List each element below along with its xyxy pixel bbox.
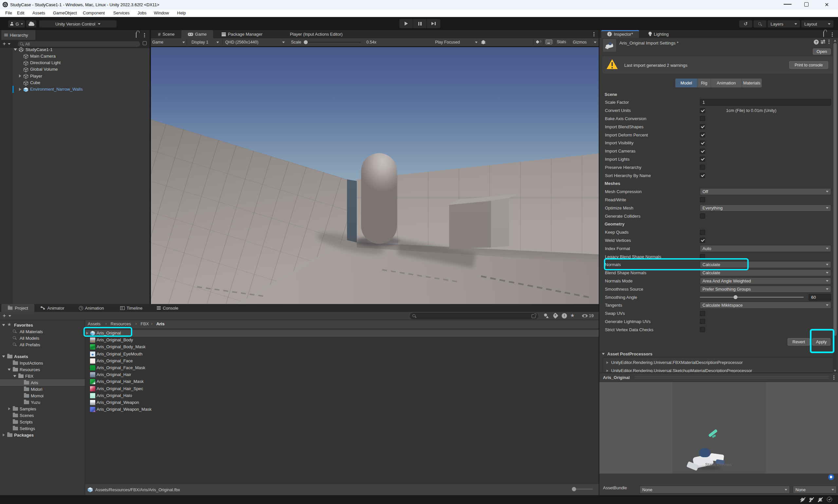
setting-convert-units[interactable]: Convert Units1cm (File) to 0.01m (Unity): [599, 107, 832, 115]
setting-swap-uvs[interactable]: Swap UVs: [599, 310, 832, 318]
file-aris-original-hair-mask[interactable]: Aris_Original_Hair_Mask: [85, 378, 599, 385]
cloud-button[interactable]: [26, 20, 36, 28]
folder-midori[interactable]: Midori: [0, 386, 85, 392]
checkbox[interactable]: [700, 173, 705, 178]
hierarchy-item-main-camera[interactable]: Main Camera: [0, 53, 149, 59]
tab-timeline[interactable]: Timeline: [115, 304, 147, 312]
inspector-lock-icon[interactable]: [823, 32, 824, 37]
file-aris-original-body-mask[interactable]: Aris_Original_Body_Mask: [85, 344, 599, 350]
setting-keep-quads[interactable]: Keep Quads: [599, 229, 832, 237]
folder-scripts[interactable]: Scripts: [0, 418, 85, 425]
mode-tab-rig[interactable]: Rig: [698, 78, 711, 87]
asset-labels-icon[interactable]: [828, 474, 834, 480]
menu-help[interactable]: Help: [177, 11, 186, 15]
setting-smoothness-source[interactable]: Smoothness SourcePrefer Smoothing Groups: [599, 285, 832, 293]
open-button[interactable]: Open: [813, 49, 831, 55]
folder-scenes[interactable]: Scenes: [0, 412, 85, 418]
checkbox[interactable]: [700, 165, 705, 170]
inspector-scrollbar[interactable]: [833, 38, 837, 373]
setting-sort-hierarchy-by-name[interactable]: Sort Hierarchy By Name: [599, 172, 832, 180]
folder-all-prefabs[interactable]: All Prefabs: [0, 341, 85, 348]
menu-gameobject[interactable]: GameObject: [53, 11, 77, 15]
setting-preserve-hierarchy[interactable]: Preserve Hierarchy: [599, 163, 832, 172]
postprocessor-item[interactable]: UnityEditor.Rendering.Universal.Sketchup…: [606, 366, 834, 373]
postprocessors-header[interactable]: Asset PostProcessors: [602, 352, 653, 356]
hierarchy-item-studycase1-1[interactable]: StudyCase1-1: [0, 46, 149, 53]
hierarchy-item-directional-light[interactable]: Directional Light: [0, 59, 149, 66]
mode-tab-animation[interactable]: Animation: [711, 78, 742, 87]
tab-hierarchy[interactable]: Hierarchy: [1, 30, 35, 40]
setting-generate-lightmap-uvs[interactable]: Generate Lightmap UVs: [599, 318, 832, 326]
dropdown[interactable]: Off: [700, 188, 831, 195]
hierarchy-item-global-volume[interactable]: Global Volume: [0, 66, 149, 73]
version-control-button[interactable]: Unity Version Control: [39, 20, 117, 28]
folder-favorites[interactable]: ★Favorites: [0, 322, 85, 328]
scale-slider[interactable]: Scale 0.54x: [291, 38, 376, 46]
text-field[interactable]: 1: [700, 99, 831, 106]
breadcrumb-fbx[interactable]: FBX: [141, 321, 149, 326]
breadcrumb-aris[interactable]: Aris: [156, 321, 164, 326]
vsync-icon[interactable]: [546, 40, 552, 44]
setting-generate-colliders[interactable]: Generate Colliders: [599, 212, 832, 220]
setting-strict-vertex-data-checks[interactable]: Strict Vertex Data Checks: [599, 326, 832, 334]
inspector-panel-menu-icon[interactable]: [832, 32, 833, 37]
file-aris-original-hair-spec[interactable]: Aris_Original_Hair_Spec: [85, 385, 599, 392]
layout-dropdown[interactable]: Layout: [801, 20, 834, 28]
layers-dropdown[interactable]: Layers: [768, 20, 800, 28]
favorites-star-icon[interactable]: ★: [570, 312, 574, 319]
folder-momoi[interactable]: Momoi: [0, 392, 85, 399]
hierarchy-item-player[interactable]: Player: [0, 73, 149, 79]
thumbnail-size-slider[interactable]: [574, 489, 593, 490]
dropdown[interactable]: Area And Angle Weighted: [700, 277, 831, 284]
menu-services[interactable]: Services: [113, 11, 130, 15]
file-aris-original-weapon-mask[interactable]: Aris_Original_Weapon_Mask: [85, 406, 599, 413]
search-by-type-icon[interactable]: [543, 313, 549, 319]
folder-assets[interactable]: Assets: [0, 353, 85, 360]
dropdown[interactable]: Calculate: [700, 269, 831, 276]
checkbox[interactable]: [700, 157, 705, 162]
checkbox[interactable]: [700, 230, 705, 235]
debug-icon[interactable]: [481, 40, 486, 44]
revert-button[interactable]: Revert: [788, 338, 810, 346]
slider-track[interactable]: [700, 297, 804, 298]
setting-smoothing-angle[interactable]: Smoothing Angle60: [599, 293, 832, 302]
progress-check-icon[interactable]: [827, 497, 832, 502]
project-search-input[interactable]: [410, 313, 538, 319]
tab-package-manager[interactable]: Package Manager: [214, 30, 270, 38]
setting-import-cameras[interactable]: Import Cameras: [599, 147, 832, 156]
checkbox[interactable]: [700, 238, 705, 243]
help-icon[interactable]: ?: [814, 40, 819, 44]
checkbox[interactable]: [700, 140, 705, 146]
checkbox[interactable]: [700, 116, 705, 121]
inspector-menu-icon[interactable]: [828, 40, 830, 44]
folder-resources[interactable]: Resources: [0, 366, 85, 373]
folder-packages[interactable]: Packages: [0, 432, 85, 438]
gizmos-dropdown[interactable]: Gizmos: [573, 38, 596, 46]
setting-import-lights[interactable]: Import Lights: [599, 155, 832, 163]
tab-console[interactable]: Console: [152, 304, 183, 312]
tab-game[interactable]: Game: [181, 30, 213, 38]
play-focused-dropdown[interactable]: Play Focused: [435, 38, 478, 46]
setting-import-deform-percent[interactable]: Import Deform Percent: [599, 131, 832, 139]
setting-import-blendshapes[interactable]: Import BlendShapes: [599, 123, 832, 131]
tab-player-input-actions-editor-[interactable]: Player (Input Actions Editor): [272, 30, 360, 38]
assetbundle-variant-dropdown[interactable]: None: [793, 486, 837, 493]
menu-jobs[interactable]: Jobs: [138, 11, 146, 15]
breadcrumb-resources[interactable]: Resources: [111, 321, 131, 326]
undo-history-button[interactable]: ↺: [739, 20, 752, 28]
dropdown[interactable]: Prefer Smoothing Groups: [700, 286, 831, 292]
presets-icon[interactable]: [821, 40, 825, 44]
menu-file[interactable]: File: [5, 11, 12, 15]
file-aris-original-body[interactable]: Aris_Original_Body: [85, 337, 599, 344]
file-aris-original-weapon[interactable]: Aris_Original_Weapon: [85, 399, 599, 406]
checkbox[interactable]: [700, 311, 705, 316]
mode-tab-materials[interactable]: Materials: [742, 78, 762, 87]
folder-fbx[interactable]: FBX: [0, 373, 85, 379]
checkbox[interactable]: [700, 124, 705, 129]
search-log-icon[interactable]: !: [562, 313, 567, 319]
account-button[interactable]: G: [8, 20, 25, 28]
file-aris-original-halo[interactable]: Aris_Original_Halo: [85, 392, 599, 399]
setting-mesh-compression[interactable]: Mesh CompressionOff: [599, 188, 832, 196]
setting-optimize-mesh[interactable]: Optimize MeshEverything: [599, 204, 832, 212]
checkbox[interactable]: [700, 108, 705, 113]
